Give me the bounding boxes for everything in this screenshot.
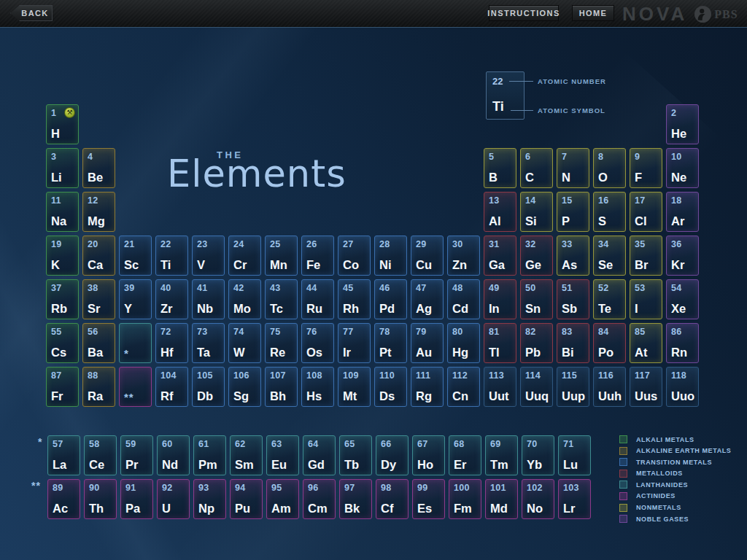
element-cell-Po[interactable]: 84Po: [593, 323, 626, 363]
element-cell-W[interactable]: 74W: [228, 323, 261, 363]
element-cell-Eu[interactable]: 63Eu: [266, 435, 299, 475]
element-cell-Ir[interactable]: 77Ir: [338, 323, 371, 363]
element-cell-Dy[interactable]: 66Dy: [376, 435, 409, 475]
element-cell-Be[interactable]: 4Be: [82, 148, 115, 188]
element-cell-P[interactable]: 15P: [557, 192, 589, 232]
element-cell-Fr[interactable]: 87Fr: [46, 367, 79, 407]
element-cell-Ds[interactable]: 110Ds: [374, 367, 407, 407]
element-cell-Er[interactable]: 68Er: [449, 435, 481, 475]
element-cell-La[interactable]: 57La: [47, 435, 80, 475]
element-cell-H[interactable]: 1H⚒: [46, 104, 79, 144]
element-cell-Pt[interactable]: 78Pt: [374, 323, 407, 363]
element-cell-Ne[interactable]: 10Ne: [666, 148, 699, 188]
element-cell-Sg[interactable]: 106Sg: [228, 367, 261, 407]
element-cell-Tm[interactable]: 69Tm: [485, 435, 518, 475]
element-cell-U[interactable]: 92U: [157, 479, 190, 519]
element-cell-Te[interactable]: 52Te: [593, 279, 626, 319]
element-cell-Rg[interactable]: 111Rg: [411, 367, 444, 407]
element-cell-Pm[interactable]: 61Pm: [193, 435, 226, 475]
element-cell-Y[interactable]: 39Y: [119, 279, 152, 319]
element-cell-Sm[interactable]: 62Sm: [230, 435, 263, 475]
element-cell-N[interactable]: 7N: [557, 148, 589, 188]
element-cell-V[interactable]: 23V: [192, 236, 225, 276]
element-cell-Np[interactable]: 93Np: [193, 479, 226, 519]
element-cell-Zn[interactable]: 30Zn: [447, 236, 480, 276]
element-cell-Ti[interactable]: 22Ti: [155, 236, 188, 276]
element-cell-At[interactable]: 85At: [630, 323, 662, 363]
instructions-button[interactable]: INSTRUCTIONS: [489, 5, 559, 21]
element-cell-Ga[interactable]: 31Ga: [484, 236, 516, 276]
element-cell-Ho[interactable]: 67Ho: [412, 435, 445, 475]
element-cell-Gd[interactable]: 64Gd: [303, 435, 336, 475]
element-cell-Mg[interactable]: 12Mg: [82, 192, 115, 232]
element-cell-Ac[interactable]: 89Ac: [47, 479, 80, 519]
element-cell-S[interactable]: 16S: [593, 192, 626, 232]
element-cell-B[interactable]: 5B: [484, 148, 516, 188]
element-cell-Mt[interactable]: 109Mt: [338, 367, 371, 407]
element-cell-Db[interactable]: 105Db: [192, 367, 225, 407]
element-cell-Rn[interactable]: 86Rn: [666, 323, 699, 363]
element-cell-Tl[interactable]: 81Tl: [484, 323, 516, 363]
element-cell-Se[interactable]: 34Se: [593, 236, 626, 276]
element-cell-Bi[interactable]: 83Bi: [557, 323, 589, 363]
element-cell-Cd[interactable]: 48Cd: [447, 279, 480, 319]
element-cell-Ra[interactable]: 88Ra: [82, 367, 115, 407]
element-cell-No[interactable]: 102No: [522, 479, 554, 519]
element-cell-Cs[interactable]: 55Cs: [46, 323, 79, 363]
element-cell-Ag[interactable]: 47Ag: [411, 279, 444, 319]
element-cell-Tb[interactable]: 65Tb: [339, 435, 372, 475]
element-cell-Uuq[interactable]: 114Uuq: [520, 367, 553, 407]
element-cell-Sb[interactable]: 51Sb: [557, 279, 589, 319]
element-cell-Ta[interactable]: 73Ta: [192, 323, 225, 363]
element-cell-Uup[interactable]: 115Uup: [557, 367, 589, 407]
element-cell-Hf[interactable]: 72Hf: [155, 323, 188, 363]
element-cell-Es[interactable]: 99Es: [412, 479, 445, 519]
element-cell-Ge[interactable]: 32Ge: [520, 236, 553, 276]
element-cell-Al[interactable]: 13Al: [484, 192, 516, 232]
element-cell-As[interactable]: 33As: [557, 236, 589, 276]
element-cell-Ar[interactable]: 18Ar: [666, 192, 699, 232]
element-cell-Ni[interactable]: 28Ni: [374, 236, 407, 276]
element-cell-Hs[interactable]: 108Hs: [301, 367, 334, 407]
home-button[interactable]: HOME: [572, 5, 614, 21]
element-cell-Mn[interactable]: 25Mn: [265, 236, 298, 276]
element-cell-Uus[interactable]: 117Uus: [630, 367, 662, 407]
element-cell-Rb[interactable]: 37Rb: [46, 279, 79, 319]
element-cell-Md[interactable]: 101Md: [485, 479, 518, 519]
element-cell-Os[interactable]: 76Os: [301, 323, 334, 363]
element-cell-F[interactable]: 9F: [630, 148, 662, 188]
element-cell-Hg[interactable]: 80Hg: [447, 323, 480, 363]
element-cell-Ru[interactable]: 44Ru: [301, 279, 334, 319]
element-cell-Sr[interactable]: 38Sr: [82, 279, 115, 319]
element-cell-Bk[interactable]: 97Bk: [339, 479, 372, 519]
element-cell-I[interactable]: 53I: [630, 279, 662, 319]
element-cell-K[interactable]: 19K: [46, 236, 79, 276]
element-cell-Kr[interactable]: 36Kr: [666, 236, 699, 276]
element-cell-Tc[interactable]: 43Tc: [265, 279, 298, 319]
element-cell-Cr[interactable]: 24Cr: [228, 236, 261, 276]
element-cell-Cf[interactable]: 98Cf: [376, 479, 409, 519]
element-cell-Cu[interactable]: 29Cu: [411, 236, 444, 276]
element-cell-Fe[interactable]: 26Fe: [301, 236, 334, 276]
element-cell-Rh[interactable]: 45Rh: [338, 279, 371, 319]
element-cell-Lu[interactable]: 71Lu: [558, 435, 591, 475]
element-cell-He[interactable]: 2He: [666, 104, 699, 144]
element-cell-Pa[interactable]: 91Pa: [120, 479, 153, 519]
element-cell-Uuh[interactable]: 116Uuh: [593, 367, 626, 407]
element-cell-Cm[interactable]: 96Cm: [303, 479, 336, 519]
element-cell-C[interactable]: 6C: [520, 148, 553, 188]
element-cell-Li[interactable]: 3Li: [46, 148, 79, 188]
element-cell-Br[interactable]: 35Br: [630, 236, 662, 276]
element-cell-Lr[interactable]: 103Lr: [558, 479, 591, 519]
back-button[interactable]: BACK: [10, 5, 53, 21]
element-cell-Am[interactable]: 95Am: [266, 479, 299, 519]
element-cell-Co[interactable]: 27Co: [338, 236, 371, 276]
element-cell-Sn[interactable]: 50Sn: [520, 279, 553, 319]
element-cell-Na[interactable]: 11Na: [46, 192, 79, 232]
element-cell-Au[interactable]: 79Au: [411, 323, 444, 363]
element-cell-Pb[interactable]: 82Pb: [520, 323, 553, 363]
element-cell-Sc[interactable]: 21Sc: [119, 236, 152, 276]
element-cell-Bh[interactable]: 107Bh: [265, 367, 298, 407]
element-cell-Re[interactable]: 75Re: [265, 323, 298, 363]
element-cell-In[interactable]: 49In: [484, 279, 516, 319]
